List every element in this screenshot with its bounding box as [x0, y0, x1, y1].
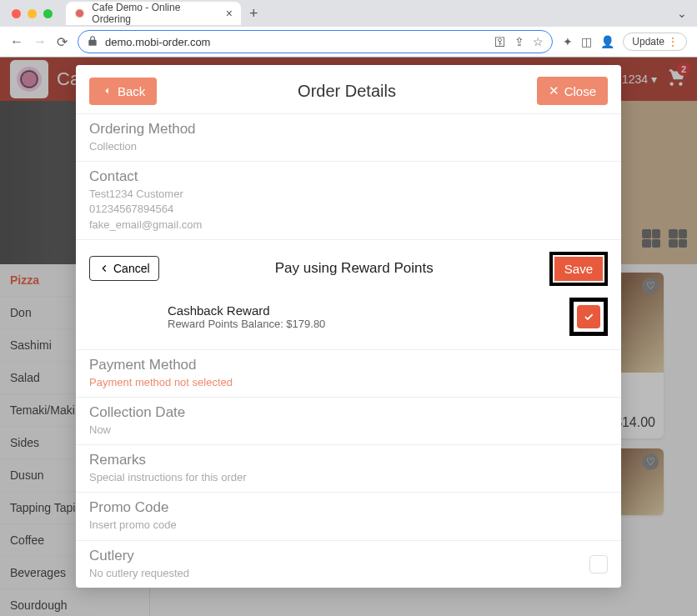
contact-email: fake_email@gmail.com [89, 218, 608, 233]
section-heading: Collection Date [89, 404, 608, 421]
browser-tab[interactable]: Cafe Demo - Online Ordering × [66, 2, 241, 25]
url-text: demo.mobi-order.com [105, 36, 488, 48]
section-collection-date[interactable]: Collection Date Now [76, 397, 621, 444]
close-button[interactable]: ✕ Close [537, 77, 608, 105]
key-icon[interactable]: ⚿ [494, 35, 506, 48]
contact-phone: 01234567894564 [89, 202, 608, 217]
chevron-left-icon [98, 263, 110, 274]
tab-dropdown-icon[interactable]: ⌄ [677, 7, 687, 20]
section-value: Now [89, 423, 608, 438]
tab-title: Cafe Demo - Online Ordering [92, 2, 216, 25]
section-cutlery[interactable]: Cutlery No cutlery requested [76, 540, 621, 588]
reward-balance: Reward Points Balance: $179.80 [168, 318, 569, 330]
reload-icon[interactable]: ⟳ [57, 34, 68, 50]
window-controls [3, 9, 61, 18]
reward-checkbox[interactable] [577, 305, 600, 328]
section-payment[interactable]: Payment Method Payment method not select… [76, 349, 621, 397]
maximize-window-icon[interactable] [43, 9, 53, 18]
cancel-button[interactable]: Cancel [89, 256, 159, 281]
section-heading: Promo Code [89, 499, 608, 516]
reward-title: Pay using Reward Points [275, 260, 434, 277]
section-heading: Payment Method [89, 357, 608, 373]
browser-chrome: Cafe Demo - Online Ordering × + ⌄ ← → ⟳ … [0, 0, 697, 58]
update-button[interactable]: Update ⋮ [623, 33, 687, 51]
section-contact[interactable]: Contact Test1234 Customer 01234567894564… [76, 161, 621, 239]
check-icon [583, 311, 594, 323]
section-value: Special instructions for this order [89, 470, 608, 485]
section-heading: Ordering Method [89, 121, 608, 138]
section-value: Payment method not selected [89, 375, 608, 390]
section-promo[interactable]: Promo Code Insert promo code [76, 492, 621, 539]
order-details-modal: Back Order Details ✕ Close Ordering Meth… [76, 65, 621, 588]
reward-header: Cancel Pay using Reward Points Save [76, 239, 621, 293]
section-value: Insert promo code [89, 518, 608, 533]
cutlery-checkbox[interactable] [589, 555, 608, 573]
section-ordering-method[interactable]: Ordering Method Collection [76, 113, 621, 161]
checkbox-highlight [569, 298, 608, 336]
chevron-left-icon [101, 85, 113, 97]
save-button[interactable]: Save [554, 257, 603, 281]
star-icon[interactable]: ☆ [533, 35, 544, 48]
section-value: Collection [89, 139, 608, 154]
contact-name: Test1234 Customer [89, 187, 608, 202]
panel-icon[interactable]: ◫ [581, 35, 592, 48]
back-button[interactable]: Back [89, 78, 157, 105]
tab-bar: Cafe Demo - Online Ordering × + ⌄ [0, 0, 697, 27]
reward-program-name: Cashback Reward [168, 303, 569, 318]
section-value: No cutlery requested [89, 566, 189, 581]
tab-close-icon[interactable]: × [226, 7, 233, 20]
section-heading: Remarks [89, 452, 608, 468]
forward-icon: → [33, 34, 47, 49]
extensions-icon[interactable]: ✦ [563, 35, 573, 48]
minimize-window-icon[interactable] [28, 9, 37, 18]
reward-option-row: Cashback Reward Reward Points Balance: $… [76, 293, 621, 349]
save-highlight: Save [549, 252, 608, 286]
section-remarks[interactable]: Remarks Special instructions for this or… [76, 444, 621, 492]
lock-icon [87, 35, 98, 49]
menu-dots-icon: ⋮ [668, 36, 678, 48]
back-icon[interactable]: ← [10, 34, 23, 49]
modal-title: Order Details [298, 82, 396, 101]
url-bar[interactable]: demo.mobi-order.com ⚿ ⇪ ☆ [78, 30, 553, 53]
profile-icon[interactable]: 👤 [600, 35, 614, 48]
close-window-icon[interactable] [12, 9, 21, 18]
section-heading: Contact [89, 168, 608, 185]
modal-overlay: Back Order Details ✕ Close Ordering Meth… [0, 57, 697, 616]
share-icon[interactable]: ⇪ [514, 35, 524, 48]
nav-bar: ← → ⟳ demo.mobi-order.com ⚿ ⇪ ☆ ✦ ◫ 👤 Up… [0, 27, 697, 57]
close-icon: ✕ [549, 83, 559, 98]
new-tab-button[interactable]: + [249, 5, 258, 23]
section-heading: Cutlery [89, 548, 189, 564]
favicon-icon [74, 8, 85, 19]
